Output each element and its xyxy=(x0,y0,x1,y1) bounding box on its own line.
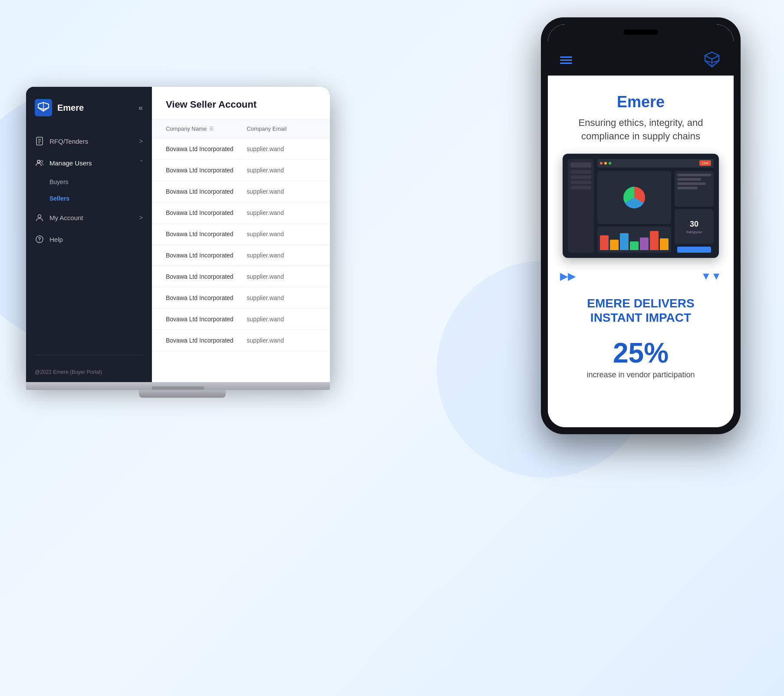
phone-status-bar xyxy=(548,24,734,46)
phone-navbar xyxy=(548,46,734,76)
sellers-label: Sellers xyxy=(49,195,69,202)
bar-3 xyxy=(620,233,629,250)
filter-icon: ☰ xyxy=(209,126,214,132)
table-row[interactable]: Bovawa Ltd Incorporated supplier.wand xyxy=(152,245,330,266)
table-row[interactable]: Bovawa Ltd Incorporated supplier.wand xyxy=(152,224,330,245)
laptop-stand xyxy=(139,390,226,398)
email-cell: supplier.wand xyxy=(247,316,316,323)
hamburger-line-3 xyxy=(560,63,572,64)
email-cell: supplier.wand xyxy=(247,188,316,195)
sidebar-item-help[interactable]: Help xyxy=(26,228,152,250)
table-row[interactable]: Bovawa Ltd Incorporated supplier.wand xyxy=(152,202,330,224)
decorative-row: ▶▶ ▼▼ xyxy=(548,267,734,286)
page-title: View Seller Account xyxy=(166,99,316,110)
table-header-row: Company Name ☰ Company Email xyxy=(152,119,330,139)
phone-frame: Emere Ensuring ethics, integrity, and co… xyxy=(541,17,741,434)
svg-point-7 xyxy=(38,215,41,218)
sidebar-header: Emere « xyxy=(26,87,152,127)
dash-bar-area xyxy=(597,227,671,253)
table-row[interactable]: Bovawa Ltd Incorporated supplier.wand xyxy=(152,287,330,309)
email-cell: supplier.wand xyxy=(247,145,316,152)
table-row[interactable]: Bovawa Ltd Incorporated supplier.wand xyxy=(152,309,330,330)
phone-content: Emere Ensuring ethics, integrity, and co… xyxy=(548,76,734,427)
company-cell: Bovawa Ltd Incorporated xyxy=(166,167,247,174)
impact-section: EMERE DELIVERS INSTANT IMPACT 25% increa… xyxy=(548,286,734,390)
company-email-header: Company Email xyxy=(247,125,287,132)
document-icon xyxy=(35,136,44,146)
sidebar-collapse-button[interactable]: « xyxy=(138,103,143,112)
sidebar-brand-name: Emere xyxy=(57,103,133,113)
hamburger-line-1 xyxy=(560,56,572,58)
bar-4 xyxy=(630,241,639,250)
dash-charts: 30 Rating/year xyxy=(597,171,714,253)
dash-right-top xyxy=(675,171,714,207)
dashboard-inner: Live xyxy=(563,154,719,258)
hamburger-menu-button[interactable] xyxy=(560,56,572,64)
dashboard-number: 30 xyxy=(690,220,698,229)
dash-left-charts xyxy=(597,171,671,253)
main-content: View Seller Account Company Name ☰ Compa… xyxy=(152,87,330,382)
impact-title-line2: INSTANT IMPACT xyxy=(590,311,691,324)
bar-5 xyxy=(640,237,649,250)
chevron-down-icon: ˅ xyxy=(140,159,143,166)
sidebar-footer: @2022 Emere (Buyer Portal) xyxy=(26,362,152,382)
sidebar-subitem-buyers[interactable]: Buyers xyxy=(26,174,152,190)
table-row[interactable]: Bovawa Ltd Incorporated supplier.wand xyxy=(152,160,330,181)
dash-right-bottom: 30 Rating/year xyxy=(675,209,714,244)
sidebar-item-manage-users[interactable]: Manage Users ˅ xyxy=(26,152,152,174)
email-cell: supplier.wand xyxy=(247,167,316,174)
column-header-email[interactable]: Company Email xyxy=(247,125,316,132)
dash-top-bar: Live xyxy=(597,159,714,168)
table-row[interactable]: Bovawa Ltd Incorporated supplier.wand xyxy=(152,181,330,202)
dash-pie-chart xyxy=(623,187,645,208)
column-header-company[interactable]: Company Name ☰ xyxy=(166,125,247,132)
laptop-screen: Emere « RFQ/Tenders > xyxy=(26,87,330,382)
email-cell: supplier.wand xyxy=(247,231,316,237)
email-cell: supplier.wand xyxy=(247,252,316,259)
sidebar-my-account-label: My Account xyxy=(49,214,134,221)
company-cell: Bovawa Ltd Incorporated xyxy=(166,273,247,280)
dashboard-preview-image: Live xyxy=(563,154,719,258)
bar-6 xyxy=(650,231,659,250)
dash-line-4 xyxy=(677,187,698,189)
sidebar-item-rfq[interactable]: RFQ/Tenders > xyxy=(26,130,152,152)
phone-tagline: Ensuring ethics, integrity, and complian… xyxy=(562,116,720,143)
company-cell: Bovawa Ltd Incorporated xyxy=(166,316,247,323)
dash-line-1 xyxy=(677,174,711,176)
sidebar-divider xyxy=(35,355,143,355)
dash-right-panel: 30 Rating/year xyxy=(675,171,714,253)
footer-text: @2022 Emere (Buyer Portal) xyxy=(35,369,102,375)
chevron-right-icon-2: > xyxy=(139,214,143,221)
metric-label: increase in vendor participation xyxy=(562,370,720,379)
company-cell: Bovawa Ltd Incorporated xyxy=(166,188,247,195)
phone-hero-section: Emere Ensuring ethics, integrity, and co… xyxy=(548,76,734,154)
table-row[interactable]: Bovawa Ltd Incorporated supplier.wand xyxy=(152,330,330,351)
sidebar-subitem-sellers[interactable]: Sellers xyxy=(26,190,152,207)
impact-title-line1: EMERE DELIVERS xyxy=(587,297,694,310)
main-header: View Seller Account xyxy=(152,87,330,119)
phone-logo-icon xyxy=(702,50,721,69)
chevron-right-icon: > xyxy=(139,138,143,145)
laptop-base xyxy=(26,382,330,390)
phone-mockup: Emere Ensuring ethics, integrity, and co… xyxy=(541,17,749,452)
company-cell: Bovawa Ltd Incorporated xyxy=(166,294,247,301)
dash-main: Live xyxy=(597,159,714,253)
table-row[interactable]: Bovawa Ltd Incorporated supplier.wand xyxy=(152,266,330,287)
company-cell: Bovawa Ltd Incorporated xyxy=(166,209,247,216)
table-row[interactable]: Bovawa Ltd Incorporated supplier.wand xyxy=(152,139,330,160)
company-cell: Bovawa Ltd Incorporated xyxy=(166,231,247,237)
sidebar-help-label: Help xyxy=(49,236,143,243)
users-icon xyxy=(35,158,44,168)
phone-notch xyxy=(623,30,658,35)
sidebar-item-my-account[interactable]: My Account > xyxy=(26,207,152,228)
bar-7 xyxy=(660,238,669,250)
deco-bird-left: ▶▶ xyxy=(560,270,576,282)
buyers-label: Buyers xyxy=(49,178,69,185)
phone-screen: Emere Ensuring ethics, integrity, and co… xyxy=(548,24,734,427)
dash-line-3 xyxy=(677,182,706,185)
dash-badge: Live xyxy=(699,160,711,166)
dash-action-button xyxy=(677,247,711,253)
svg-point-5 xyxy=(37,160,40,163)
bar-1 xyxy=(600,235,609,250)
sidebar-manage-users-label: Manage Users xyxy=(49,159,135,167)
